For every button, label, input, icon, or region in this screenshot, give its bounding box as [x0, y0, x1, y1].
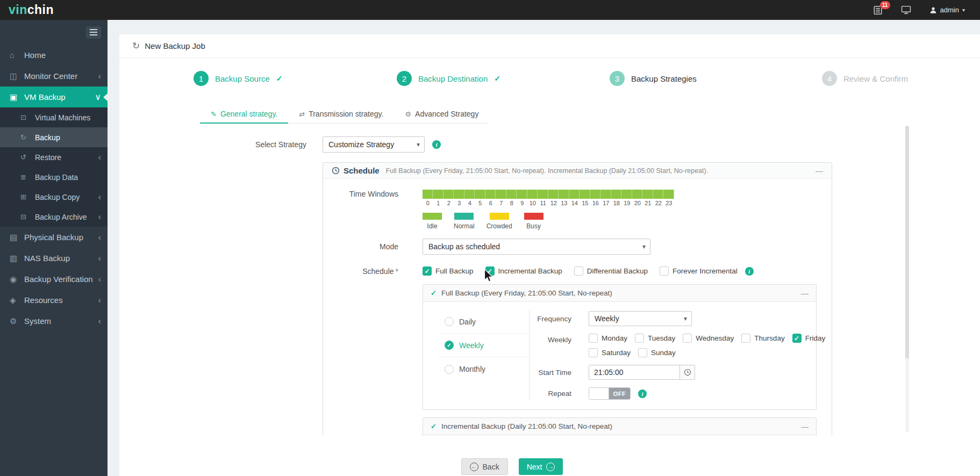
- sidebar-item-resources[interactable]: ◈Resources‹: [0, 290, 108, 311]
- radio-weekly[interactable]: Weekly: [438, 334, 529, 357]
- wizard-step-backup-destination[interactable]: 2Backup Destination✓: [397, 71, 500, 86]
- sidebar-item-backup-copy[interactable]: ⊞Backup Copy‹: [0, 187, 108, 207]
- radio-monthly[interactable]: Monthly: [438, 357, 529, 381]
- checkbox-box[interactable]: [638, 348, 647, 357]
- checkbox-box[interactable]: [589, 334, 598, 343]
- checkbox-incremental-backup[interactable]: Incremental Backup: [485, 266, 562, 276]
- checkbox-friday[interactable]: Friday: [792, 334, 826, 343]
- tab-general-strategy[interactable]: ✎General strategy.: [200, 105, 288, 124]
- info-icon[interactable]: [638, 390, 647, 398]
- checkbox-box[interactable]: [574, 266, 583, 276]
- sidebar-item-backup-verification[interactable]: ◉Backup Verification‹: [0, 269, 108, 290]
- checkbox-box[interactable]: [792, 334, 802, 343]
- start-time-label: Start Time: [530, 369, 571, 377]
- sidebar-item-backup-data[interactable]: ≣Backup Data: [0, 167, 108, 187]
- radio-circle[interactable]: [445, 365, 454, 374]
- chevron-down-icon: ▾: [962, 7, 965, 13]
- time-window-bar[interactable]: [423, 190, 674, 199]
- strategy-tabs: ✎General strategy.⇄Transmission strategy…: [200, 105, 489, 124]
- user-menu[interactable]: admin ▾: [929, 6, 965, 14]
- frequency-dropdown[interactable]: Weekly: [589, 311, 692, 326]
- sidebar-item-physical-backup[interactable]: ▤Physical Backup‹: [0, 227, 108, 248]
- sidebar-item-vm-backup[interactable]: ▣VM Backup∨: [0, 86, 108, 107]
- info-icon[interactable]: [432, 140, 441, 149]
- sidebar-item-backup[interactable]: ↻Backup: [0, 127, 108, 147]
- sidebar-item-backup-archive[interactable]: ⊟Backup Archive‹: [0, 207, 108, 227]
- monitor-icon: [901, 5, 911, 15]
- sidebar-item-label: Physical Backup: [24, 233, 98, 242]
- next-button[interactable]: Next→: [519, 458, 563, 475]
- info-icon[interactable]: [745, 267, 754, 276]
- advanced-icon: ⚙: [405, 110, 411, 118]
- hour-label: 15: [580, 200, 591, 206]
- collapse-panel-button[interactable]: —: [801, 289, 809, 298]
- repeat-toggle[interactable]: OFF: [589, 387, 631, 400]
- checkbox-box[interactable]: [485, 266, 495, 276]
- time-windows-block: 01234567891011121314151617181920212223 I…: [423, 190, 674, 230]
- chevron-left-icon: ‹: [98, 296, 101, 305]
- notifications-button[interactable]: 11: [873, 5, 883, 15]
- checkbox-box[interactable]: [423, 266, 432, 276]
- full-backup-panel: ✓ Full Backup (Every Friday, 21:05:00 St…: [423, 284, 817, 410]
- collapse-panel-button[interactable]: —: [816, 167, 823, 175]
- select-strategy-dropdown[interactable]: Customize Strategy: [323, 136, 425, 153]
- home-icon: ⌂: [10, 51, 24, 60]
- checkbox-differential-backup[interactable]: Differential Backup: [574, 266, 648, 276]
- time-window-hours: 01234567891011121314151617181920212223: [423, 200, 674, 206]
- checkbox-box[interactable]: [741, 334, 750, 343]
- checkbox-full-backup[interactable]: Full Backup: [423, 266, 474, 276]
- radio-daily[interactable]: Daily: [438, 310, 529, 334]
- sidebar-item-label: Home: [24, 51, 101, 60]
- checkbox-box[interactable]: [589, 348, 598, 357]
- checkbox-sunday[interactable]: Sunday: [638, 348, 676, 357]
- wizard-steps: 1Backup Source✓2Backup Destination✓3Back…: [119, 34, 980, 103]
- monitor-button[interactable]: [901, 5, 911, 15]
- form-inner: Select Strategy Customize Strategy Sched…: [119, 124, 980, 436]
- step-label: Review & Confirm: [843, 74, 908, 83]
- radio-circle[interactable]: [445, 341, 454, 350]
- collapse-panel-button[interactable]: —: [801, 422, 809, 431]
- checkbox-box[interactable]: [683, 334, 692, 343]
- scrollbar-thumb[interactable]: [905, 126, 909, 358]
- sidebar-item-restore[interactable]: ↺Restore‹: [0, 147, 108, 167]
- checkbox-monday[interactable]: Monday: [589, 334, 627, 343]
- checkbox-wednesday[interactable]: Wednesday: [683, 334, 734, 343]
- sidebar: ⌂Home◫Monitor Center‹▣VM Backup∨⊡Virtual…: [0, 20, 108, 476]
- time-windows-label: Time Windows: [323, 190, 398, 198]
- sidebar-item-virtual-machines[interactable]: ⊡Virtual Machines: [0, 107, 108, 127]
- checkbox-thursday[interactable]: Thursday: [741, 334, 784, 343]
- wizard-step-backup-strategies[interactable]: 3Backup Strategies: [610, 71, 697, 86]
- sidebar-item-home[interactable]: ⌂Home: [0, 45, 108, 66]
- mode-dropdown[interactable]: Backup as scheduled: [423, 239, 650, 255]
- checkbox-box[interactable]: [635, 334, 644, 343]
- sidebar-item-monitor-center[interactable]: ◫Monitor Center‹: [0, 66, 108, 86]
- toggle-knob: [589, 388, 609, 399]
- checkbox-forever-incremental[interactable]: Forever Incremental: [660, 266, 738, 276]
- back-button[interactable]: ←Back: [461, 458, 508, 475]
- sidebar-item-system[interactable]: ⚙System‹: [0, 311, 108, 331]
- clock-button[interactable]: [680, 365, 695, 380]
- frequency-label: Frequency: [530, 315, 571, 323]
- legend-label: Normal: [454, 222, 475, 230]
- vertical-scrollbar[interactable]: [905, 126, 909, 432]
- start-time-input[interactable]: [589, 365, 680, 380]
- sidebar-item-nas-backup[interactable]: ▥NAS Backup‹: [0, 248, 108, 269]
- checkbox-label: Full Backup: [435, 267, 474, 275]
- checkbox-tuesday[interactable]: Tuesday: [635, 334, 675, 343]
- sidebar-item-label: Backup Archive: [35, 213, 98, 221]
- tab-transmission-strategy[interactable]: ⇄Transmission strategy.: [288, 105, 394, 124]
- hour-label: 3: [454, 200, 465, 206]
- schedule-label: Schedule*: [323, 267, 398, 276]
- physical-backup-icon: ▤: [10, 233, 24, 242]
- hour-label: 6: [485, 200, 496, 206]
- virtual-machines-icon: ⊡: [20, 113, 35, 121]
- sidebar-collapse-button[interactable]: [86, 26, 101, 39]
- tab-advanced-strategy[interactable]: ⚙Advanced Strategy: [394, 105, 489, 124]
- radio-circle[interactable]: [445, 317, 454, 326]
- incremental-backup-panel-title: Incremental Backup (Daily 21:05:00 Start…: [441, 422, 612, 430]
- backup-copy-icon: ⊞: [20, 193, 35, 201]
- logo-part-vin: vin: [9, 3, 27, 17]
- wizard-step-backup-source[interactable]: 1Backup Source✓: [194, 71, 282, 86]
- checkbox-box[interactable]: [660, 266, 669, 276]
- checkbox-saturday[interactable]: Saturday: [589, 348, 631, 357]
